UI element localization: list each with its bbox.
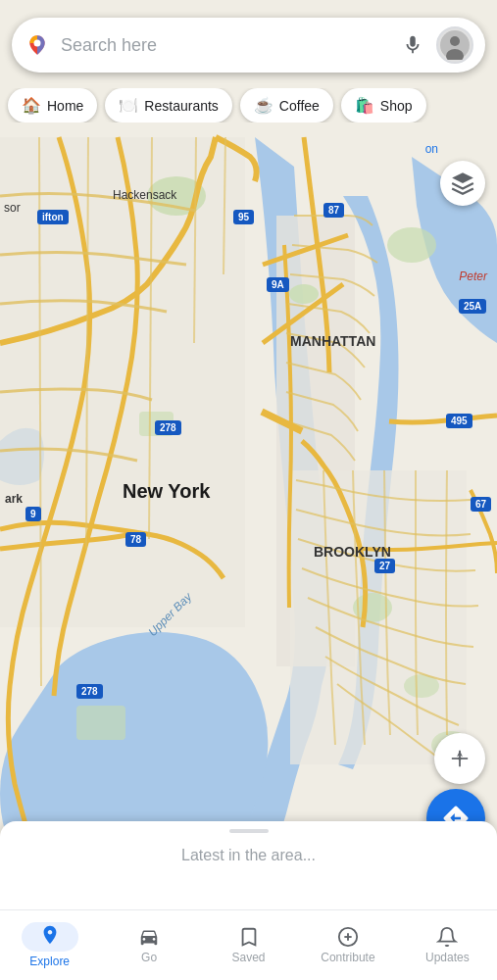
updates-icon [436, 926, 458, 948]
chip-shopping[interactable]: 🛍️ Shop [341, 88, 426, 122]
svg-point-18 [458, 757, 462, 760]
updates-label: Updates [425, 951, 470, 964]
chip-home-label: Home [47, 98, 83, 114]
svg-rect-1 [0, 137, 245, 627]
explore-icon-wrap [22, 922, 78, 952]
chip-coffee-label: Coffee [279, 98, 320, 114]
chip-restaurants[interactable]: 🍽️ Restaurants [105, 88, 231, 122]
home-icon: 🏠 [22, 96, 41, 115]
mic-button[interactable] [395, 27, 430, 63]
restaurants-icon: 🍽️ [119, 96, 138, 115]
contribute-icon [337, 926, 359, 948]
go-label: Go [141, 951, 157, 964]
nav-item-updates[interactable]: Updates [398, 926, 497, 964]
maps-pin-icon [24, 31, 51, 59]
layer-toggle-button[interactable] [440, 161, 485, 206]
chip-restaurants-label: Restaurants [144, 98, 218, 114]
contribute-label: Contribute [321, 951, 374, 964]
svg-rect-10 [139, 412, 174, 436]
nav-item-saved[interactable]: Saved [199, 926, 298, 964]
bottom-sheet[interactable]: Latest in the area... [0, 821, 497, 909]
svg-point-5 [387, 227, 436, 263]
nav-item-explore[interactable]: Explore [0, 922, 99, 968]
search-bar[interactable]: Search here [12, 18, 485, 73]
saved-icon [238, 926, 260, 948]
nav-item-contribute[interactable]: Contribute [298, 926, 397, 964]
chips-row: 🏠 Home 🍽️ Restaurants ☕ Coffee 🛍️ Shop [0, 88, 497, 122]
shopping-icon: 🛍️ [355, 96, 374, 115]
search-placeholder: Search here [61, 35, 395, 56]
svg-point-6 [289, 284, 319, 304]
saved-label: Saved [232, 951, 266, 964]
sheet-handle [229, 829, 269, 833]
chip-home[interactable]: 🏠 Home [8, 88, 97, 122]
explore-label: Explore [29, 955, 70, 968]
sheet-title: Latest in the area... [181, 847, 316, 864]
user-avatar[interactable] [436, 26, 473, 64]
svg-point-20 [34, 39, 41, 46]
svg-point-22 [450, 36, 460, 46]
coffee-icon: ☕ [254, 96, 273, 115]
chip-coffee[interactable]: ☕ Coffee [240, 88, 333, 122]
chip-shopping-label: Shop [380, 98, 413, 114]
compass-button[interactable] [434, 733, 485, 784]
svg-rect-11 [76, 706, 125, 740]
bottom-nav: Explore Go Saved Contribute Updates [0, 909, 497, 980]
go-icon [136, 926, 162, 948]
nav-item-go[interactable]: Go [99, 926, 198, 964]
